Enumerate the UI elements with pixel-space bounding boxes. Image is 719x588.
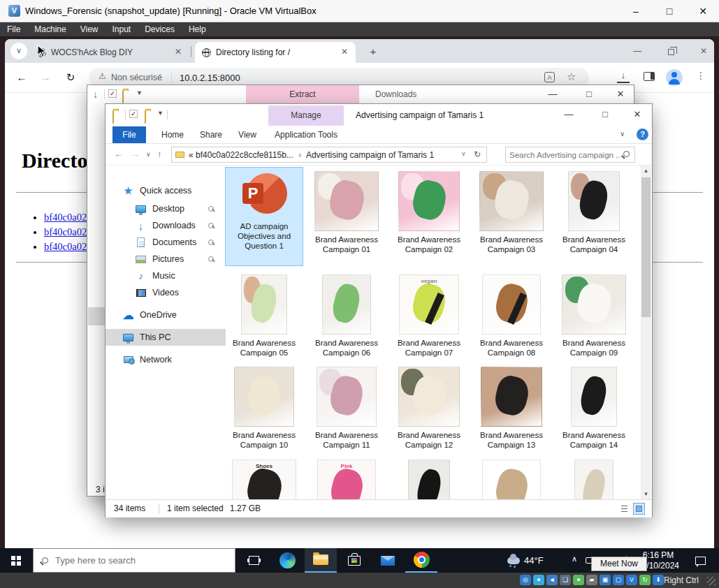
details-view-button[interactable] bbox=[618, 503, 630, 515]
address-dropdown-icon[interactable]: ∨ bbox=[461, 150, 466, 157]
file-item[interactable]: Brand Awareness Campaign 06 bbox=[307, 274, 386, 358]
vbox-maximize-button[interactable]: □ bbox=[660, 4, 679, 18]
bookmark-star-icon[interactable]: ☆ bbox=[567, 71, 576, 83]
tab-directory-listing[interactable]: Directory listing for / ✕ bbox=[195, 42, 356, 63]
taskbar-search-input[interactable] bbox=[55, 555, 216, 566]
file-item[interactable]: Brand Awareness Campaign 09 bbox=[555, 274, 633, 358]
file-item[interactable]: Brand Awareness Campaign 10 bbox=[225, 367, 303, 450]
forward-button[interactable]: → bbox=[38, 71, 52, 85]
ribbon-tab-home[interactable]: Home bbox=[154, 126, 191, 143]
file-item[interactable]: Brand Awareness Campaign 02 bbox=[390, 171, 468, 254]
file-item[interactable]: veganBrand Awareness Campaign 07 bbox=[390, 274, 468, 358]
explorer-maximize-button[interactable]: □ bbox=[595, 108, 616, 122]
file-item[interactable]: Brand Awareness Campaign 14 bbox=[555, 367, 633, 450]
scrollbar-thumb[interactable] bbox=[641, 177, 651, 317]
breadcrumb-current[interactable]: Advertising campaign of Tamaris 1 bbox=[306, 150, 434, 160]
chrome-restore-button[interactable] bbox=[660, 46, 681, 57]
qat-customize-icon[interactable]: ▼ bbox=[157, 110, 164, 117]
profile-avatar[interactable] bbox=[666, 69, 683, 86]
breadcrumb-prefix[interactable]: « bf40c0a022c8ccfe8115b... bbox=[189, 150, 293, 160]
extract-contextual-tab[interactable]: Extract bbox=[246, 85, 359, 103]
menu-item-machine[interactable]: Machine bbox=[27, 23, 73, 36]
file-item-partial[interactable] bbox=[390, 460, 468, 499]
file-item[interactable]: Brand Awareness Campaign 01 bbox=[307, 171, 386, 254]
recording-icon[interactable]: ▢ bbox=[613, 575, 624, 585]
nav-forward-button[interactable]: → bbox=[131, 149, 140, 159]
explorer-close-button[interactable]: ✕ bbox=[627, 108, 648, 122]
address-refresh-icon[interactable]: ↻ bbox=[474, 149, 481, 159]
network-icon[interactable]: ❏ bbox=[560, 575, 571, 585]
qat-new-folder-icon[interactable] bbox=[145, 110, 146, 124]
file-item[interactable]: Brand Awareness Campaign 05 bbox=[225, 274, 303, 358]
menu-item-help[interactable]: Help bbox=[182, 23, 213, 36]
keyboard-capture-icon[interactable]: ⬇ bbox=[653, 575, 664, 585]
file-item[interactable]: Brand Awareness Campaign 08 bbox=[472, 274, 551, 358]
scroll-down-icon[interactable]: ▼ bbox=[641, 489, 651, 499]
menu-item-devices[interactable]: Devices bbox=[138, 23, 182, 36]
file-item-partial[interactable]: Shoes bbox=[225, 460, 303, 499]
menu-item-input[interactable]: Input bbox=[106, 23, 138, 36]
file-item[interactable]: Brand Awareness Campaign 13 bbox=[472, 367, 551, 450]
qat-properties-icon[interactable]: ✓ bbox=[108, 89, 117, 98]
audio-icon[interactable]: ◄ bbox=[546, 575, 558, 585]
file-item[interactable]: Brand Awareness Campaign 04 bbox=[555, 171, 633, 254]
scroll-up-icon[interactable]: ▲ bbox=[641, 166, 651, 176]
action-center-button[interactable] bbox=[688, 548, 713, 573]
chrome-menu-icon[interactable]: ⋮ bbox=[695, 70, 706, 85]
downloads-icon[interactable]: ↓ bbox=[617, 71, 630, 83]
url-text[interactable]: 10.0.2.15:8000 bbox=[180, 73, 240, 83]
mail-taskbar-button[interactable] bbox=[372, 548, 404, 573]
taskbar-search[interactable] bbox=[33, 548, 235, 573]
help-icon[interactable]: ? bbox=[637, 128, 648, 140]
store-taskbar-button[interactable] bbox=[338, 548, 370, 573]
usb-icon[interactable]: ● bbox=[573, 575, 584, 585]
back-button[interactable]: ← bbox=[15, 71, 29, 85]
optical-disc-icon[interactable]: ● bbox=[533, 575, 544, 585]
qat-new-folder-icon[interactable] bbox=[122, 90, 124, 103]
ribbon-tab-application-tools[interactable]: Application Tools bbox=[267, 126, 345, 143]
tab-close-icon[interactable]: ✕ bbox=[173, 47, 184, 58]
features-icon[interactable]: V bbox=[626, 575, 637, 585]
tab-close-icon[interactable]: ✕ bbox=[339, 47, 350, 58]
explorer-search-box[interactable] bbox=[505, 147, 635, 163]
vertical-scrollbar[interactable]: ▲ ▼ bbox=[641, 166, 651, 499]
shared-folders-icon[interactable]: ▰ bbox=[586, 575, 597, 585]
tab-search-button[interactable]: ∨ bbox=[10, 43, 27, 59]
file-item[interactable]: Brand Awareness Campaign 11 bbox=[307, 367, 386, 450]
manage-contextual-tab-group[interactable]: Manage bbox=[268, 105, 344, 126]
thumbnail-view-button[interactable] bbox=[633, 503, 645, 515]
translate-icon[interactable]: A bbox=[544, 72, 555, 82]
explorer-minimize-button[interactable]: — bbox=[558, 108, 579, 122]
task-view-button[interactable] bbox=[238, 548, 270, 573]
ribbon-collapse-icon[interactable]: ∨ bbox=[620, 130, 625, 138]
chrome-minimize-button[interactable]: — bbox=[627, 46, 648, 57]
chrome-close-button[interactable]: ✕ bbox=[693, 46, 714, 57]
nav-recent-dropdown-icon[interactable]: ∨ bbox=[146, 151, 151, 158]
file-item-partial[interactable]: Pink bbox=[307, 460, 386, 499]
harddisk-icon[interactable]: ◎ bbox=[520, 575, 531, 585]
new-tab-button[interactable]: + bbox=[367, 45, 379, 58]
ribbon-tab-view[interactable]: View bbox=[231, 126, 263, 143]
mouse-integration-icon[interactable]: ↻ bbox=[639, 575, 651, 585]
downloads-close-button[interactable]: ✕ bbox=[610, 87, 631, 101]
ribbon-tab-file[interactable]: File bbox=[112, 126, 146, 143]
vbox-close-button[interactable]: ✕ bbox=[693, 4, 713, 18]
downloads-maximize-button[interactable]: □ bbox=[579, 87, 600, 101]
nav-back-button[interactable]: ← bbox=[114, 149, 123, 159]
security-label[interactable]: Non sécurisé bbox=[111, 73, 162, 82]
side-panel-icon[interactable] bbox=[644, 72, 655, 81]
ribbon-tab-share[interactable]: Share bbox=[194, 126, 228, 143]
qat-folder-icon[interactable] bbox=[112, 110, 114, 124]
display-icon[interactable]: ▣ bbox=[600, 575, 611, 585]
nav-up-button[interactable]: ↑ bbox=[157, 149, 162, 159]
file-item[interactable]: Brand Awareness Campaign 03 bbox=[472, 171, 551, 254]
file-explorer-taskbar-button[interactable] bbox=[305, 548, 337, 573]
qat-customize-icon[interactable]: ▼ bbox=[136, 89, 143, 96]
tray-overflow-chevron-icon[interactable]: ∧ bbox=[572, 554, 577, 564]
edge-taskbar-button[interactable] bbox=[271, 548, 303, 573]
file-item-partial[interactable] bbox=[472, 460, 551, 499]
vbox-minimize-button[interactable]: – bbox=[626, 4, 646, 18]
file-item[interactable]: Brand Awareness Campaign 12 bbox=[390, 367, 468, 450]
explorer-search-input[interactable] bbox=[509, 149, 620, 161]
menu-item-file[interactable]: File bbox=[0, 23, 27, 36]
